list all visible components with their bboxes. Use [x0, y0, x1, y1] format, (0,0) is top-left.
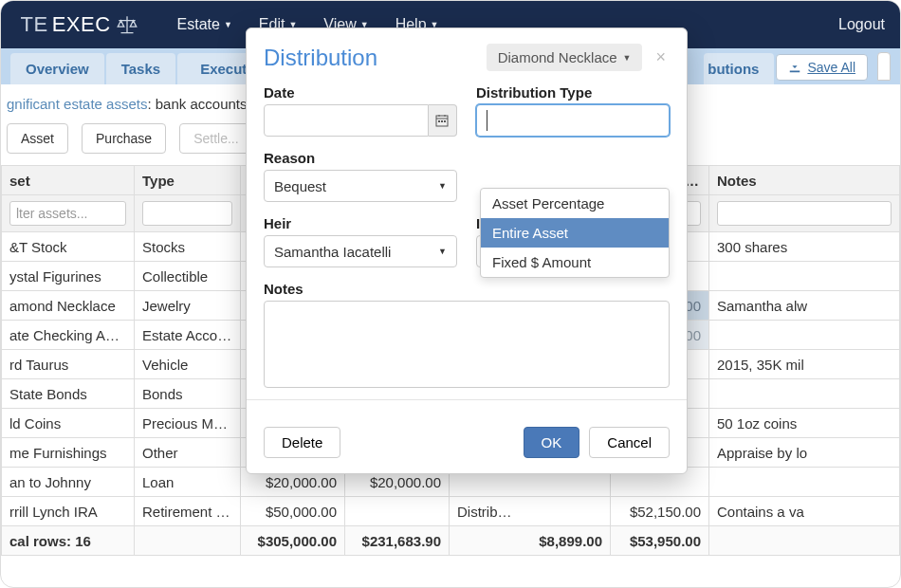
filter-asset-input[interactable] [9, 201, 126, 226]
cell-notes: 300 shares [709, 232, 900, 262]
dist-type-input[interactable] [476, 104, 670, 137]
cell-type: Precious Me… [135, 409, 241, 438]
totals-row: cal rows: 16 $305,000.00 $231,683.90 $8,… [2, 526, 900, 556]
cell-notes [709, 262, 900, 291]
caret-down-icon: ▼ [623, 53, 632, 63]
cell-notes: 2015, 35K mil [709, 350, 900, 379]
caret-down-icon: ▼ [438, 181, 447, 191]
col-notes[interactable]: Notes [709, 166, 900, 195]
save-all-button[interactable]: Save All [776, 54, 868, 81]
distribution-modal: Distribution Diamond Necklace▼ × Date Di… [246, 28, 688, 474]
cell-c5: Distrib… [450, 497, 611, 526]
brand: TEEXEC [16, 12, 139, 37]
cell-asset: an to Johnny [2, 468, 135, 497]
total-c4: $231,683.90 [345, 526, 450, 556]
asset-button[interactable]: Asset [7, 123, 68, 154]
svg-rect-3 [444, 120, 446, 122]
brand-part1: TE [16, 12, 48, 37]
label-reason: Reason [264, 150, 457, 166]
overflow-button[interactable] [877, 52, 891, 81]
close-icon[interactable]: × [652, 47, 670, 67]
cell-asset: &T Stock [2, 232, 135, 262]
total-v: $305,000.00 [241, 526, 345, 556]
cell-c4 [345, 497, 450, 526]
cell-notes [709, 468, 900, 497]
cell-asset: ystal Figurines [2, 262, 135, 291]
cell-notes: 50 1oz coins [709, 409, 900, 438]
cell-asset: ate Checking Acc… [2, 321, 135, 350]
tab-overview[interactable]: Overview [10, 53, 104, 84]
cell-notes: Samantha alw [709, 291, 900, 321]
modal-divider [247, 399, 687, 400]
cell-type: Loan [135, 468, 241, 497]
col-type[interactable]: Type [135, 166, 241, 195]
cell-type: Stocks [135, 232, 241, 262]
cell-notes [709, 321, 900, 350]
modal-asset-picker[interactable]: Diamond Necklace▼ [487, 44, 643, 71]
text-cursor-icon [487, 110, 487, 131]
cell-notes [709, 379, 900, 409]
tab-distributions[interactable]: butions [704, 53, 774, 84]
total-dist: $53,950.00 [611, 526, 709, 556]
cell-asset: ld Coins [2, 409, 135, 438]
cell-asset: me Furnishings [2, 438, 135, 468]
col-asset[interactable]: set [2, 166, 135, 195]
caret-down-icon: ▼ [224, 20, 232, 29]
cell-type: Collectible [135, 262, 241, 291]
total-c5: $8,899.00 [450, 526, 611, 556]
cell-asset: rd Taurus [2, 350, 135, 379]
cell-type: Bonds [135, 379, 241, 409]
modal-footer: Delete OK Cancel [247, 413, 687, 473]
scale-icon [115, 14, 139, 35]
filter-notes-input[interactable] [717, 201, 892, 226]
heir-select[interactable]: Samantha Iacatelli▼ [264, 235, 457, 267]
tab-tasks[interactable]: Tasks [106, 53, 175, 84]
modal-title: Distribution [264, 45, 377, 71]
cell-notes: Contains a va [709, 497, 900, 526]
cell-type: Jewelry [135, 291, 241, 321]
cell-asset: State Bonds [2, 379, 135, 409]
cell-type: Vehicle [135, 350, 241, 379]
table-row[interactable]: rrill Lynch IRARetirement (…$50,000.00Di… [2, 497, 900, 526]
cell-v: $50,000.00 [241, 497, 345, 526]
label-dist-type: Distribution Type [476, 84, 670, 101]
download-icon [788, 61, 801, 74]
caret-down-icon: ▼ [438, 247, 447, 256]
cell-type: Other [135, 438, 241, 468]
calendar-button[interactable] [429, 104, 457, 137]
cell-asset: amond Necklace [2, 291, 135, 321]
label-notes: Notes [264, 281, 670, 297]
label-date: Date [264, 84, 457, 101]
svg-rect-1 [438, 120, 440, 122]
date-input[interactable] [264, 104, 429, 137]
menu-estate[interactable]: Estate▼ [177, 16, 232, 33]
brand-part2: EXEC [52, 12, 111, 37]
calendar-icon [435, 114, 449, 127]
reason-select[interactable]: Bequest▼ [264, 170, 457, 202]
notes-textarea[interactable] [264, 301, 670, 388]
dist-type-option[interactable]: Asset Percentage [481, 189, 669, 218]
cell-asset: rrill Lynch IRA [2, 497, 135, 526]
delete-button[interactable]: Delete [264, 427, 340, 458]
cell-dist: $52,150.00 [611, 497, 709, 526]
purchase-button[interactable]: Purchase [82, 123, 166, 154]
logout-link[interactable]: Logout [838, 16, 885, 33]
total-label: cal rows: 16 [2, 526, 135, 556]
label-heir: Heir [264, 215, 457, 231]
settle-button[interactable]: Settle... [179, 123, 252, 154]
modal-header: Distribution Diamond Necklace▼ × [247, 28, 687, 81]
dist-type-dropdown: Asset PercentageEntire AssetFixed $ Amou… [480, 188, 670, 278]
cell-type: Estate Accou… [135, 321, 241, 350]
ok-button[interactable]: OK [524, 427, 580, 458]
cancel-button[interactable]: Cancel [589, 427, 670, 458]
cell-type: Retirement (… [135, 497, 241, 526]
filter-type-input[interactable] [142, 201, 232, 226]
dist-type-option[interactable]: Entire Asset [481, 218, 669, 248]
dist-type-option[interactable]: Fixed $ Amount [481, 248, 669, 277]
svg-rect-2 [441, 120, 443, 122]
cell-notes: Appraise by lo [709, 438, 900, 468]
